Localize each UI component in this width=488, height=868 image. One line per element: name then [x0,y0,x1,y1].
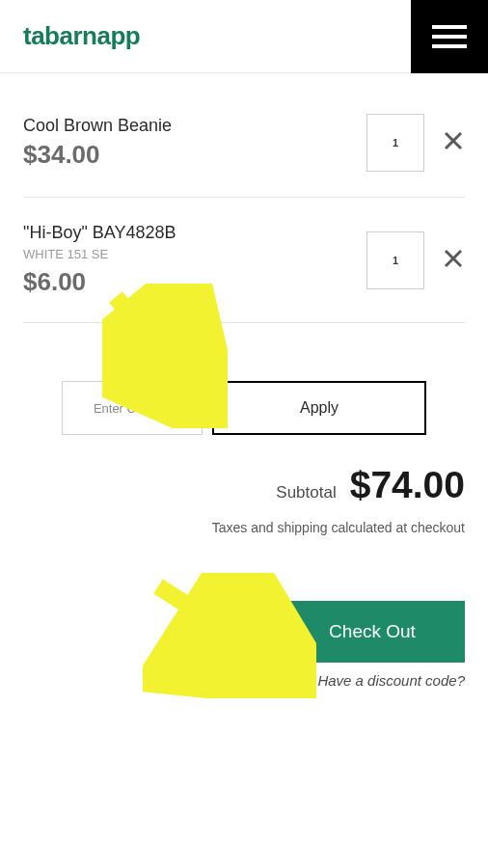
hamburger-icon [432,23,467,50]
svg-rect-0 [432,25,467,29]
item-name: Cool Brown Beanie [23,116,366,136]
cart-item: Cool Brown Beanie $34.00 1 [23,102,465,198]
coupon-row: Apply [23,323,465,458]
remove-item-button[interactable] [442,129,465,156]
quantity-input[interactable]: 1 [366,114,424,172]
checkout-actions: C Check Out [23,601,465,663]
close-icon [442,247,465,270]
item-info: Cool Brown Beanie $34.00 [23,116,366,170]
refresh-cart-button[interactable]: C [197,602,257,662]
item-variant: WHITE 151 SE [23,247,366,261]
tax-shipping-note: Taxes and shipping calculated at checkou… [23,520,465,535]
svg-rect-2 [432,44,467,48]
apply-button[interactable]: Apply [212,381,426,435]
item-price: $34.00 [23,140,366,170]
header: tabarnapp [0,0,488,73]
item-name: "Hi-Boy" BAY4828B [23,223,366,243]
quantity-input[interactable]: 1 [366,231,424,289]
cart-item: "Hi-Boy" BAY4828B WHITE 151 SE $6.00 1 [23,198,465,323]
subtotal-label: Subtotal [276,483,336,502]
refresh-icon: C [214,611,239,652]
coupon-input[interactable] [62,381,203,435]
close-icon [442,129,465,152]
checkout-button[interactable]: Check Out [280,601,465,663]
discount-code-link[interactable]: Have a discount code? [23,672,465,689]
item-price: $6.00 [23,267,366,297]
item-info: "Hi-Boy" BAY4828B WHITE 151 SE $6.00 [23,223,366,297]
subtotal-row: Subtotal $74.00 [23,464,465,506]
subtotal-amount: $74.00 [350,464,465,506]
cart-container: Cool Brown Beanie $34.00 1 "Hi-Boy" BAY4… [0,73,488,689]
remove-item-button[interactable] [442,247,465,274]
logo[interactable]: tabarnapp [23,21,140,51]
svg-rect-1 [432,35,467,39]
menu-button[interactable] [411,0,488,73]
